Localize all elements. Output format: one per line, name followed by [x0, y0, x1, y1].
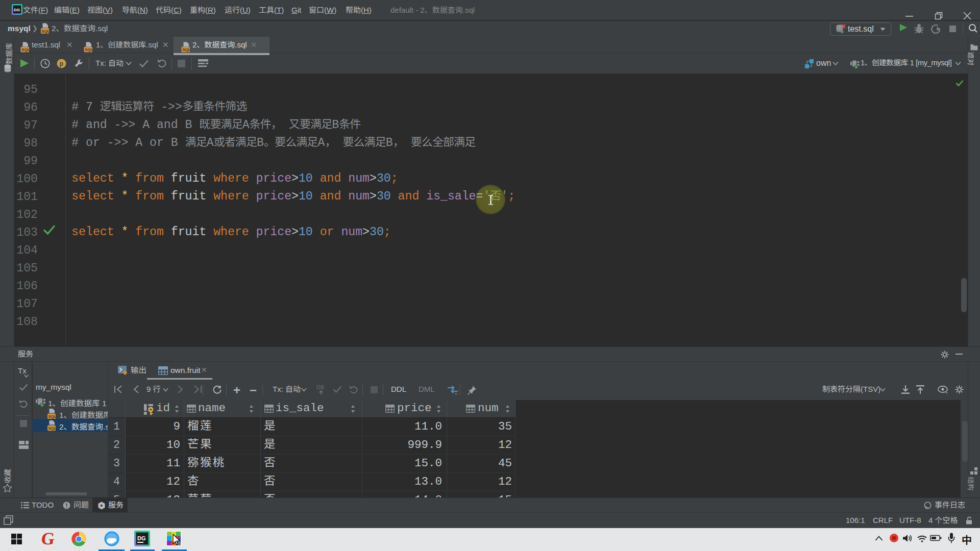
svg-text:DG: DG: [14, 8, 20, 12]
svg-text:SQL: SQL: [85, 47, 93, 52]
svg-text:DB: DB: [316, 384, 324, 390]
svg-text:SQL: SQL: [42, 29, 50, 34]
svg-text:DG: DG: [137, 535, 146, 541]
svg-text:SQL: SQL: [22, 47, 30, 52]
svg-text:SQL: SQL: [48, 414, 56, 419]
svg-text:p: p: [60, 60, 63, 67]
svg-text:SQL: SQL: [183, 47, 190, 52]
svg-text:SQL: SQL: [48, 426, 56, 431]
